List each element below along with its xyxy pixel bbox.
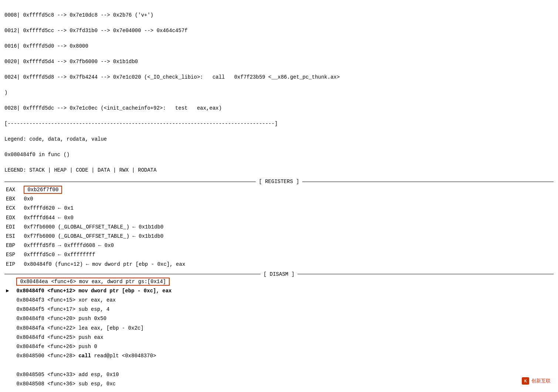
register-esp-name: ESP bbox=[6, 250, 21, 259]
register-edx-value: 0xffffd644 ← 0x0 bbox=[24, 215, 73, 221]
register-edx-name: EDX bbox=[6, 213, 21, 223]
line-0008: 0008| 0xffffd5c8 --> 0x7e10dc8 --> 0x2b7… bbox=[4, 12, 153, 18]
register-ecx-row: ECX 0xffffd620 ← 0x1 bbox=[6, 204, 554, 213]
line-legend: Legend: code, data, rodata, value bbox=[4, 136, 107, 142]
register-eip-name: EIP bbox=[6, 260, 21, 269]
register-eip-row: EIP 0x80484f0 (func+12) ← mov dword ptr … bbox=[6, 260, 554, 269]
disasm-line-fd: 0x80484fd <func+25> push eax bbox=[6, 333, 554, 342]
disasm-line-f3: 0x80484f3 <func+15> xor eax, eax bbox=[6, 296, 554, 305]
disasm-line-f8: 0x80484f8 <func+20> push 0x50 bbox=[6, 314, 554, 323]
disasm-separator-left bbox=[4, 274, 261, 274]
register-edi-name: EDI bbox=[6, 223, 21, 232]
watermark-icon: K bbox=[522, 377, 529, 385]
disasm-header-label: [ DISASM ] bbox=[261, 271, 297, 277]
disasm-arrow: ► bbox=[6, 286, 13, 296]
disasm-line-fe: 0x80484fe <func+26> push 0 bbox=[6, 342, 554, 351]
disasm-line-f5: 0x80484f5 <func+17> sub esp, 4 bbox=[6, 305, 554, 314]
watermark: K 创新互联 bbox=[522, 377, 551, 385]
register-edi-row: EDI 0xf7fb6000 (_GLOBAL_OFFSET_TABLE_) ←… bbox=[6, 223, 554, 232]
line-paren: ) bbox=[4, 90, 7, 96]
registers-header-label: [ REGISTERS ] bbox=[256, 179, 302, 185]
line-legend2: LEGEND: STACK | HEAP | CODE | DATA | RWX… bbox=[4, 167, 157, 173]
register-eax-row: EAX 0xb26f7f00 bbox=[6, 185, 554, 195]
disasm-section: [ DISASM ] 0x80484ea <func+6> mov eax, d… bbox=[0, 269, 558, 389]
line-0012: 0012| 0xffffd5cc --> 0x7fd31b0 --> 0x7e0… bbox=[4, 28, 188, 34]
register-eax-value: 0xb26f7f00 bbox=[24, 186, 62, 194]
line-0016: 0016| 0xffffd5d0 --> 0x8000 bbox=[4, 43, 88, 49]
registers-separator-left bbox=[4, 182, 256, 182]
disasm-line-fa: 0x80484fa <func+22> lea eax, [ebp - 0x2c… bbox=[6, 324, 554, 333]
disasm-line-blank bbox=[6, 361, 554, 370]
registers-header-row: [ REGISTERS ] bbox=[4, 179, 554, 185]
terminal-output: 0008| 0xffffd5c8 --> 0x7e10dc8 --> 0x2b7… bbox=[0, 0, 558, 178]
disasm-separator-right bbox=[297, 274, 554, 274]
register-esi-value: 0xf7fb6000 (_GLOBAL_OFFSET_TABLE_) ← 0x1… bbox=[24, 233, 163, 239]
register-ebx-row: EBX 0x0 bbox=[6, 195, 554, 204]
watermark-text: 创新互联 bbox=[531, 378, 551, 384]
line-func: 0x080484f0 in func () bbox=[4, 152, 69, 158]
line-separator: [---------------------------------------… bbox=[4, 121, 278, 127]
registers-section: [ REGISTERS ] EAX 0xb26f7f00 EBX 0x0 ECX… bbox=[0, 179, 558, 269]
register-esp-row: ESP 0xffffd5c0 ← 0xffffffff bbox=[6, 250, 554, 259]
register-ebp-row: EBP 0xffffd5f8 → 0xffffd608 ← 0x0 bbox=[6, 241, 554, 250]
register-ecx-name: ECX bbox=[6, 204, 21, 213]
register-esp-value: 0xffffd5c0 ← 0xffffffff bbox=[24, 252, 95, 258]
register-edx-row: EDX 0xffffd644 ← 0x0 bbox=[6, 213, 554, 223]
disasm-line-ea-content: 0x80484ea <func+6> mov eax, dword ptr gs… bbox=[16, 278, 170, 286]
register-esi-row: ESI 0xf7fb6000 (_GLOBAL_OFFSET_TABLE_) ←… bbox=[6, 232, 554, 241]
registers-separator-right bbox=[302, 182, 554, 182]
stack-section: [ STACK ] bbox=[0, 389, 558, 392]
register-edi-value: 0xf7fb6000 (_GLOBAL_OFFSET_TABLE_) ← 0x1… bbox=[24, 224, 163, 230]
register-ebx-name: EBX bbox=[6, 195, 21, 204]
line-0020: 0020| 0xffffd5d4 --> 0x7fb6000 --> 0x1b1… bbox=[4, 59, 138, 65]
line-0028: 0028| 0xffffd5dc --> 0x7e1c0ec (<init_ca… bbox=[4, 105, 222, 111]
disasm-line-505: 0x8048505 <func+33> add esp, 0x10 bbox=[6, 370, 554, 379]
disasm-header-row: [ DISASM ] bbox=[4, 271, 554, 277]
disasm-line-500: 0x8048500 <func+28> call read@plt <0x804… bbox=[6, 351, 554, 361]
disasm-line-508: 0x8048508 <func+36> sub esp, 0xc bbox=[6, 379, 554, 389]
disasm-line-f0-content: 0x80484f0 <func+12> mov dword ptr [ebp -… bbox=[16, 288, 171, 294]
register-ecx-value: 0xffffd620 ← 0x1 bbox=[24, 205, 73, 211]
line-0024: 0024| 0xffffd5d8 --> 0x7fb4244 --> 0x7e1… bbox=[4, 74, 340, 80]
register-ebp-value: 0xffffd5f8 → 0xffffd608 ← 0x0 bbox=[24, 243, 114, 248]
disasm-line-highlighted: 0x80484ea <func+6> mov eax, dword ptr gs… bbox=[6, 277, 554, 286]
register-ebx-value: 0x0 bbox=[24, 196, 33, 202]
register-ebp-name: EBP bbox=[6, 241, 21, 250]
register-esi-name: ESI bbox=[6, 232, 21, 241]
register-eip-value: 0x80484f0 (func+12) ← mov dword ptr [ebp… bbox=[24, 261, 185, 267]
disasm-line-current: ► 0x80484f0 <func+12> mov dword ptr [ebp… bbox=[6, 286, 554, 296]
register-eax-name: EAX bbox=[6, 185, 21, 195]
